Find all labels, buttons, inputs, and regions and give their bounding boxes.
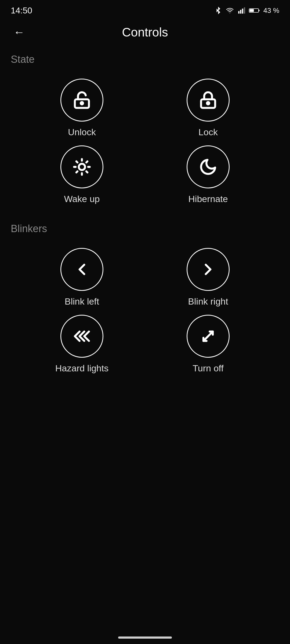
bluetooth-icon [215, 7, 222, 14]
hazard-icon [73, 327, 91, 346]
state-controls-grid: Unlock Lock [0, 68, 290, 215]
svg-point-11 [79, 164, 85, 170]
blink-left-label: Blink left [65, 296, 99, 307]
blink-left-button[interactable] [60, 248, 103, 291]
lock-label: Lock [198, 127, 218, 137]
chevron-right-icon [199, 260, 218, 279]
svg-rect-6 [249, 9, 254, 12]
wakeup-label: Wake up [64, 194, 100, 204]
wakeup-control[interactable]: Wake up [21, 145, 142, 204]
svg-rect-5 [259, 10, 260, 11]
state-section-label: State [0, 48, 290, 68]
svg-rect-2 [242, 9, 243, 14]
blink-left-control[interactable]: Blink left [21, 248, 142, 307]
turn-off-control[interactable]: Turn off [148, 315, 269, 374]
svg-line-19 [86, 161, 88, 162]
blinkers-controls-grid: Blink left Blink right Hazard lights [0, 237, 290, 384]
lock-icon [199, 91, 218, 109]
blink-right-label: Blink right [188, 296, 228, 307]
svg-rect-1 [240, 10, 241, 14]
svg-rect-0 [238, 11, 240, 13]
slash-icon [199, 327, 218, 346]
status-bar: 14:50 43 % [0, 0, 290, 19]
hibernate-button[interactable] [187, 145, 230, 188]
svg-line-20 [204, 332, 213, 341]
unlock-control[interactable]: Unlock [21, 79, 142, 137]
svg-line-16 [76, 161, 77, 162]
blink-right-control[interactable]: Blink right [148, 248, 269, 307]
blinkers-section: Blinkers Blink left Blink right [0, 218, 290, 384]
svg-point-10 [207, 102, 209, 104]
home-indicator [118, 636, 172, 639]
svg-line-18 [76, 171, 77, 173]
hazard-button[interactable] [60, 315, 103, 358]
page-header: ← Controls [0, 19, 290, 46]
lock-button[interactable] [187, 79, 230, 122]
turn-off-label: Turn off [193, 363, 223, 374]
back-arrow-icon: ← [13, 26, 25, 38]
turn-off-button[interactable] [187, 315, 230, 358]
svg-line-17 [86, 171, 88, 173]
hazard-control[interactable]: Hazard lights [21, 315, 142, 374]
hazard-label: Hazard lights [55, 363, 108, 374]
wifi-icon [225, 7, 234, 14]
unlock-icon [73, 91, 91, 109]
sun-icon [73, 158, 91, 176]
signal-icon [238, 7, 246, 14]
battery-percentage: 43 % [263, 6, 279, 15]
status-icons: 43 % [215, 6, 279, 15]
unlock-button[interactable] [60, 79, 103, 122]
hibernate-control[interactable]: Hibernate [148, 145, 269, 204]
status-time: 14:50 [11, 6, 32, 16]
blinkers-section-label: Blinkers [0, 218, 290, 237]
blink-right-button[interactable] [187, 248, 230, 291]
wakeup-button[interactable] [60, 145, 103, 188]
back-button[interactable]: ← [11, 23, 27, 41]
battery-icon [249, 7, 260, 14]
lock-control[interactable]: Lock [148, 79, 269, 137]
svg-rect-3 [244, 7, 245, 13]
chevron-left-icon [73, 260, 91, 279]
unlock-label: Unlock [68, 127, 96, 137]
state-section: State Unlock Lock [0, 48, 290, 215]
hibernate-label: Hibernate [188, 194, 228, 204]
svg-point-8 [81, 102, 83, 104]
page-title: Controls [11, 25, 279, 39]
moon-icon [199, 158, 218, 176]
